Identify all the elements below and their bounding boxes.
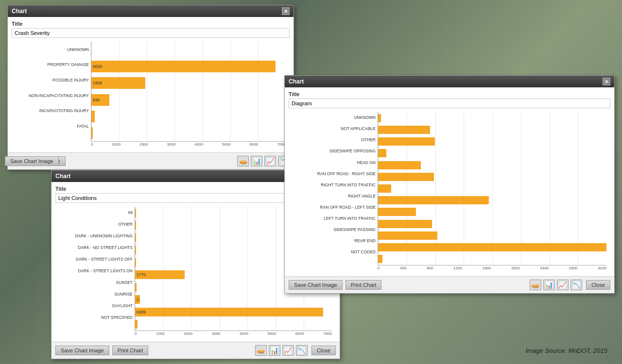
y-label: REAR END: [293, 239, 378, 243]
x-tick: 3200: [598, 266, 606, 270]
x-tick: 2000: [511, 266, 520, 270]
bar-chart-icon-2[interactable]: 📊: [269, 345, 280, 356]
x-tick: 800: [427, 266, 433, 270]
x-tick: 4000: [194, 142, 203, 147]
chart-close-btn-1[interactable]: ✕: [282, 7, 290, 15]
bar-row: [91, 42, 286, 58]
x-tick: 2000: [184, 331, 192, 336]
x-axis-row: 01000200030004000500060007000: [59, 331, 332, 336]
y-label: OTHER: [59, 222, 135, 227]
chart-title-2: Chart: [55, 173, 70, 180]
bar-fill: 2..: [135, 295, 140, 304]
chart-content-1: Title UNKNOWNPROPERTY DAMAGEPOSSIBLE INJ…: [8, 17, 294, 152]
line-chart-icon-3[interactable]: 📈: [557, 280, 569, 290]
x-tick: 0: [378, 266, 380, 270]
y-label: DARK - NO STREET LIGHTS: [59, 246, 135, 250]
x-tick: 400: [400, 266, 406, 270]
bar-row: [91, 125, 286, 141]
line-chart-icon-1[interactable]: 📈: [264, 156, 276, 166]
bar-fill: [378, 137, 435, 146]
title-section-3: Title: [289, 91, 610, 108]
y-label: POSSIBLE INJURY: [16, 78, 91, 83]
x-tick: 0: [135, 331, 137, 336]
y-label: FATAL: [16, 124, 91, 129]
y-labels-col: UNKNOWNPROPERTY DAMAGEPOSSIBLE INJURYNON…: [16, 42, 91, 142]
x-tick: 0: [91, 142, 93, 147]
bar-row: 6630: [91, 58, 286, 75]
y-label: LEFT TURN INTO TRAFFIC: [293, 216, 378, 221]
bar-chart-icon-3[interactable]: 📊: [543, 280, 555, 290]
bar-fill: [378, 173, 434, 181]
chart-titlebar-1[interactable]: Chart ✕: [8, 5, 294, 17]
x-tick: 3000: [167, 142, 176, 147]
bar-row: [378, 230, 606, 241]
line-chart-icon-2[interactable]: 📈: [282, 345, 294, 356]
bar-row: 6689: [135, 306, 332, 318]
print-chart-btn-2[interactable]: Print Chart: [112, 346, 149, 355]
x-tick: 3000: [212, 331, 221, 336]
y-label: HEAD ON: [293, 161, 378, 165]
chart-window-crash-severity: Chart ✕ Title UNKNOWNPROPERTY DAMAGEPOSS…: [7, 5, 294, 170]
area-chart-icon-2[interactable]: 📉: [296, 345, 308, 356]
bar-fill: [135, 221, 136, 230]
title-input-3[interactable]: [289, 99, 610, 108]
title-input-1[interactable]: [12, 28, 290, 38]
bar-row: 1938: [91, 75, 286, 91]
x-tick: 4000: [240, 331, 248, 336]
bar-fill: [378, 149, 386, 157]
y-label: UNKNOWN: [16, 48, 91, 52]
close-btn-3[interactable]: Close: [586, 280, 610, 290]
y-label: UNKNOWN: [293, 116, 378, 120]
bar-value-label: 6630: [91, 64, 102, 69]
chart-titlebar-3[interactable]: Chart ✕: [285, 76, 614, 87]
x-tick: 1000: [156, 331, 165, 336]
bar-fill: [378, 126, 430, 134]
y-label: NOT APPLICABLE: [293, 127, 378, 131]
bar-fill: [135, 246, 136, 254]
bar-row: [378, 171, 606, 182]
y-label: PROPERTY DAMAGE: [16, 63, 91, 67]
bar-fill: 6630: [91, 61, 276, 72]
bar-fill: [91, 111, 95, 122]
print-chart-btn-3[interactable]: Print Chart: [346, 280, 382, 290]
chart-close-btn-3[interactable]: ✕: [603, 78, 610, 85]
bar-fill: [378, 114, 381, 122]
pie-chart-icon-2[interactable]: 🥧: [255, 345, 267, 356]
save-chart-btn-3[interactable]: Save Chart Image: [289, 280, 343, 290]
bar-fill: 1938: [91, 77, 145, 89]
y-label: SIDESWIPE OPPOSING: [293, 149, 378, 153]
y-label: RAN OFF ROAD - RIGHT SIDE: [293, 172, 378, 176]
bar-row: [378, 135, 606, 147]
chart-window-diagram: Chart ✕ Title UNKNOWNNOT APPLICABLEOTHER…: [284, 75, 615, 294]
bar-row: [378, 159, 606, 171]
save-chart-btn-2[interactable]: Save Chart Image: [55, 346, 109, 355]
bar-fill: [378, 255, 382, 263]
area-chart-icon-3[interactable]: 📉: [570, 280, 582, 290]
bar-fill: [91, 127, 93, 139]
y-label: NON-INCAPACITATING INJURY: [16, 94, 91, 98]
y-label: RIGHT ANGLE: [293, 194, 378, 199]
bars-area: [378, 112, 606, 265]
bar-fill: [135, 209, 136, 217]
y-label: NOT SPECIFIED: [59, 315, 135, 320]
y-label: INCAPACITATING INJURY: [16, 109, 91, 113]
bar-row: [91, 108, 286, 125]
pie-chart-icon-1[interactable]: 🥧: [237, 156, 249, 166]
bar-fill: [135, 283, 137, 292]
save-chart-btn-outer-1[interactable]: Save Chart Image: [5, 156, 59, 166]
bar-row: [378, 218, 606, 230]
y-label: OTHER: [293, 138, 378, 142]
bar-fill: [378, 220, 432, 228]
x-tick: 5000: [267, 331, 276, 336]
bar-fill: [135, 233, 136, 242]
pie-chart-icon-3[interactable]: 🥧: [530, 280, 541, 290]
bar-row: [378, 148, 606, 159]
bar-fill: [378, 243, 606, 251]
close-btn-2[interactable]: Close: [311, 346, 336, 355]
bar-fill: [135, 320, 138, 329]
image-source: Image Source: MnDOT, 2015: [525, 347, 607, 354]
bar-chart-icon-1[interactable]: 📊: [251, 156, 262, 166]
y-label: SUNRISE: [59, 292, 135, 297]
chart-title-1: Chart: [12, 8, 27, 15]
chart-body-3: UNKNOWNNOT APPLICABLEOTHERSIDESWIPE OPPO…: [289, 112, 610, 272]
